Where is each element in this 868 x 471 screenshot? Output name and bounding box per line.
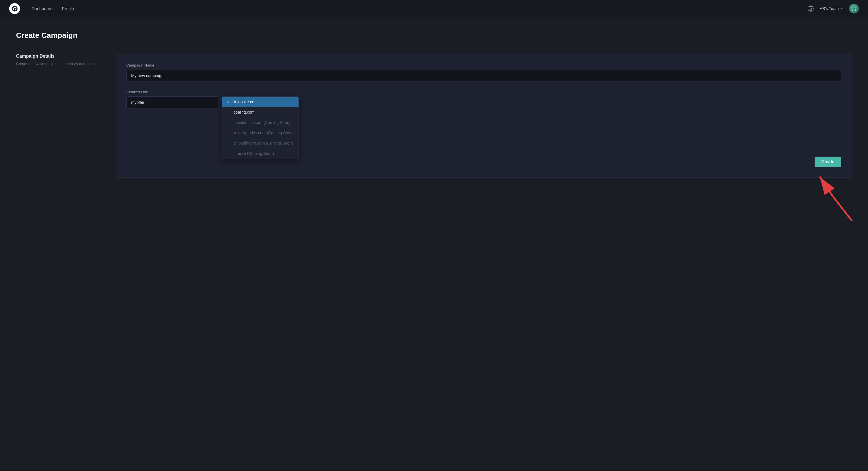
cloaked-link-group: Cloaked Link ✓ linktosite.co pearhq.com <box>126 90 841 159</box>
logo-icon <box>9 3 20 14</box>
nav-dashboard[interactable]: Dashboard <box>32 6 53 11</box>
dropdown-option-label: monikerlink.com (Coming Soon) <box>234 120 290 125</box>
dropdown-item-more: ...more (Coming Soon) <box>222 148 299 159</box>
svg-marker-3 <box>851 6 857 11</box>
dropdown-option-label: linktosite.co <box>234 100 254 104</box>
campaign-name-group: Campaign Name <box>126 63 841 82</box>
dropdown-option-label: pearhq.com <box>234 110 255 114</box>
check-icon: ✓ <box>226 100 231 104</box>
domain-dropdown: ✓ linktosite.co pearhq.com monikerlink.c… <box>222 96 299 159</box>
cloaked-link-row: ✓ linktosite.co pearhq.com monikerlink.c… <box>126 96 841 159</box>
chevron-down-icon: ▼ <box>840 7 843 10</box>
create-button[interactable]: Create <box>815 157 841 167</box>
svg-point-2 <box>810 8 812 9</box>
section-description: Create a new campaign to send to your au… <box>16 61 98 67</box>
team-name: AB's Team <box>820 6 839 11</box>
cloaked-link-label: Cloaked Link <box>126 90 841 94</box>
section-info: Campaign Details Create a new campaign t… <box>16 54 98 67</box>
svg-point-0 <box>12 6 18 11</box>
settings-icon[interactable] <box>808 5 814 12</box>
nav-links: Dashboard Profile <box>32 6 808 11</box>
form-section: Campaign Details Create a new campaign t… <box>16 54 852 177</box>
dropdown-item-linkdroptoday: linkdroptoday.com (Coming Soon) <box>222 128 299 138</box>
user-avatar[interactable] <box>849 4 859 13</box>
dropdown-item-linktosite[interactable]: ✓ linktosite.co <box>222 97 299 107</box>
navbar-right: AB's Team ▼ <box>808 4 859 13</box>
dropdown-item-sniperlinkpro: sniperlinkpro.com (Coming Soon) <box>222 138 299 148</box>
navbar: Dashboard Profile AB's Team ▼ <box>0 0 868 17</box>
campaign-name-input[interactable] <box>126 70 841 82</box>
dropdown-option-label: ...more (Coming Soon) <box>234 151 274 156</box>
campaign-name-label: Campaign Name <box>126 63 841 67</box>
svg-point-1 <box>13 9 14 10</box>
team-selector[interactable]: AB's Team ▼ <box>820 6 843 11</box>
dropdown-item-monikerlink: monikerlink.com (Coming Soon) <box>222 117 299 128</box>
page-title: Create Campaign <box>16 31 852 40</box>
nav-profile[interactable]: Profile <box>62 6 74 11</box>
section-title: Campaign Details <box>16 54 98 59</box>
dropdown-option-label: linkdroptoday.com (Coming Soon) <box>234 131 294 135</box>
form-card: Campaign Name Cloaked Link ✓ linktosite.… <box>116 54 852 177</box>
arrow-annotation <box>806 172 863 223</box>
dropdown-option-label: sniperlinkpro.com (Coming Soon) <box>234 141 293 145</box>
dropdown-item-pearhq[interactable]: pearhq.com <box>222 107 299 117</box>
logo[interactable] <box>9 3 20 14</box>
main-content: Create Campaign Campaign Details Create … <box>0 17 868 191</box>
cloaked-link-input[interactable] <box>126 96 218 108</box>
